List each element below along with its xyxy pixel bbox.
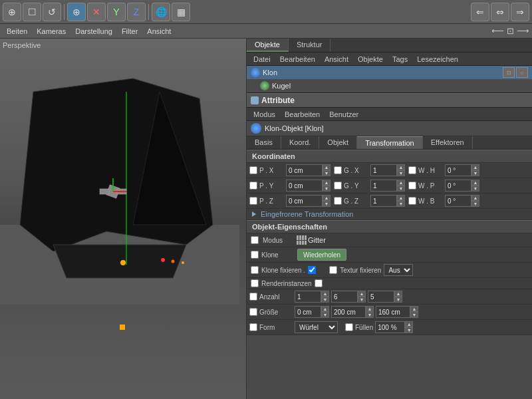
panel-menu-lesezeichen[interactable]: Lesezeichen xyxy=(413,55,462,64)
klone-fix-cb2[interactable] xyxy=(308,266,316,274)
panel-menu-objekte[interactable]: Objekte xyxy=(354,55,387,64)
object-item-kugel[interactable]: Kugel xyxy=(247,79,532,92)
wb-spin-dn[interactable]: ▼ xyxy=(471,201,479,207)
wp-checkbox[interactable] xyxy=(408,182,416,190)
a2-dn[interactable]: ▼ xyxy=(358,297,366,303)
tab-objekte[interactable]: Objekte xyxy=(247,39,289,52)
toolbar-icon-z[interactable]: Z xyxy=(127,3,146,21)
wh-input[interactable] xyxy=(445,164,471,176)
render-checkbox[interactable] xyxy=(251,279,259,287)
gx-spin-dn[interactable]: ▼ xyxy=(397,170,405,176)
gz-input[interactable] xyxy=(370,195,397,207)
menu-kameras[interactable]: Kameras xyxy=(33,26,70,37)
a3-dn[interactable]: ▼ xyxy=(394,297,402,303)
py-checkbox[interactable] xyxy=(249,182,257,190)
object-item-klon[interactable]: Klon ⊡ ○ xyxy=(247,66,532,79)
px-spin-dn[interactable]: ▼ xyxy=(323,170,331,176)
klon-vis-icon[interactable]: ⊡ xyxy=(503,67,515,78)
toolbar-icon-x[interactable]: ✕ xyxy=(87,3,106,21)
menu-darstellung[interactable]: Darstellung xyxy=(71,26,116,37)
groesse-1[interactable] xyxy=(295,306,321,318)
attr-menu-bearbeiten[interactable]: Bearbeiten xyxy=(281,110,324,119)
gx-spin-up[interactable]: ▲ xyxy=(397,164,405,170)
toolbar-icon-new[interactable]: ⊕ xyxy=(3,3,21,21)
gz-spin-dn[interactable]: ▼ xyxy=(397,201,405,207)
klone-value-btn[interactable]: Wiederholen xyxy=(297,249,346,261)
toolbar-icon-undo[interactable]: ↺ xyxy=(43,3,61,21)
viewport[interactable]: Perspektive xyxy=(0,39,246,399)
wp-input[interactable] xyxy=(445,180,471,192)
anzahl-checkbox[interactable] xyxy=(249,293,257,301)
groesse-checkbox[interactable] xyxy=(249,308,257,316)
menu-beiten[interactable]: Beiten xyxy=(3,26,31,37)
gz-checkbox[interactable] xyxy=(334,197,342,205)
tab-basis[interactable]: Basis xyxy=(247,136,281,149)
fuellen-checkbox[interactable] xyxy=(345,323,353,331)
a2-up[interactable]: ▲ xyxy=(358,291,366,297)
nav-split-icon[interactable]: ⊡ xyxy=(507,26,514,36)
g2-up[interactable]: ▲ xyxy=(366,306,374,312)
anzahl-2[interactable] xyxy=(331,291,358,303)
gx-input[interactable] xyxy=(370,164,397,176)
frozen-row[interactable]: Eingefrorene Transformation xyxy=(247,209,532,220)
g1-up[interactable]: ▲ xyxy=(321,306,329,312)
toolbar-icon-y[interactable]: Y xyxy=(107,3,126,21)
panel-menu-bearbeiten[interactable]: Bearbeiten xyxy=(276,55,319,64)
gy-spin-up[interactable]: ▲ xyxy=(397,180,405,186)
wb-checkbox[interactable] xyxy=(408,197,416,205)
f-up[interactable]: ▲ xyxy=(405,321,413,327)
klon-render-icon[interactable]: ○ xyxy=(516,67,528,78)
groesse-2[interactable] xyxy=(331,306,366,318)
gx-checkbox[interactable] xyxy=(334,166,342,174)
a1-up[interactable]: ▲ xyxy=(321,291,329,297)
tab-koord[interactable]: Koord. xyxy=(281,136,319,149)
f-dn[interactable]: ▼ xyxy=(405,327,413,333)
a1-dn[interactable]: ▼ xyxy=(321,297,329,303)
toolbar-icon-film[interactable]: ▦ xyxy=(172,3,190,21)
wh-spin-dn[interactable]: ▼ xyxy=(471,170,479,176)
anzahl-1[interactable] xyxy=(295,291,321,303)
gy-checkbox[interactable] xyxy=(334,182,342,190)
fuellen-input[interactable] xyxy=(375,321,405,333)
tab-struktur[interactable]: Struktur xyxy=(289,39,331,52)
py-spin-up[interactable]: ▲ xyxy=(323,180,331,186)
toolbar-icon-nav3[interactable]: ⇒ xyxy=(511,3,529,21)
toolbar-icon-open[interactable]: ☐ xyxy=(23,3,41,21)
anzahl-3[interactable] xyxy=(368,291,394,303)
pz-spin-dn[interactable]: ▼ xyxy=(323,201,331,207)
nav-right-icon[interactable]: ⟶ xyxy=(517,26,529,36)
form-select[interactable]: Würfel xyxy=(295,321,338,333)
py-spin-dn[interactable]: ▼ xyxy=(323,186,331,192)
gy-input[interactable] xyxy=(370,180,397,192)
px-checkbox[interactable] xyxy=(249,166,257,174)
g3-up[interactable]: ▲ xyxy=(410,306,418,312)
textur-fix-checkbox[interactable] xyxy=(329,266,337,274)
px-input[interactable] xyxy=(286,164,323,176)
render-cb2[interactable] xyxy=(315,279,323,287)
wh-checkbox[interactable] xyxy=(408,166,416,174)
wp-spin-up[interactable]: ▲ xyxy=(471,180,479,186)
panel-menu-ansicht[interactable]: Ansicht xyxy=(321,55,352,64)
pz-spin-up[interactable]: ▲ xyxy=(323,195,331,201)
klone-fix-checkbox[interactable] xyxy=(251,266,259,274)
g1-dn[interactable]: ▼ xyxy=(321,312,329,318)
wb-spin-up[interactable]: ▲ xyxy=(471,195,479,201)
textur-fix-select[interactable]: Aus xyxy=(384,264,413,276)
pz-checkbox[interactable] xyxy=(249,197,257,205)
menu-ansicht[interactable]: Ansicht xyxy=(143,26,175,37)
g3-dn[interactable]: ▼ xyxy=(410,312,418,318)
toolbar-icon-nav1[interactable]: ⇐ xyxy=(471,3,489,21)
tab-transformation[interactable]: Transformation xyxy=(357,136,423,149)
nav-left-icon[interactable]: ⟵ xyxy=(491,26,504,36)
wp-spin-dn[interactable]: ▼ xyxy=(471,186,479,192)
groesse-3[interactable] xyxy=(376,306,410,318)
pz-input[interactable] xyxy=(286,195,323,207)
klone-checkbox[interactable] xyxy=(251,251,259,259)
g2-dn[interactable]: ▼ xyxy=(366,312,374,318)
tab-effektoren[interactable]: Effektoren xyxy=(423,136,473,149)
form-checkbox[interactable] xyxy=(249,323,257,331)
attr-menu-modus[interactable]: Modus xyxy=(249,110,279,119)
menu-filter[interactable]: Filter xyxy=(118,26,142,37)
panel-menu-datei[interactable]: Datei xyxy=(249,55,275,64)
wh-spin-up[interactable]: ▲ xyxy=(471,164,479,170)
